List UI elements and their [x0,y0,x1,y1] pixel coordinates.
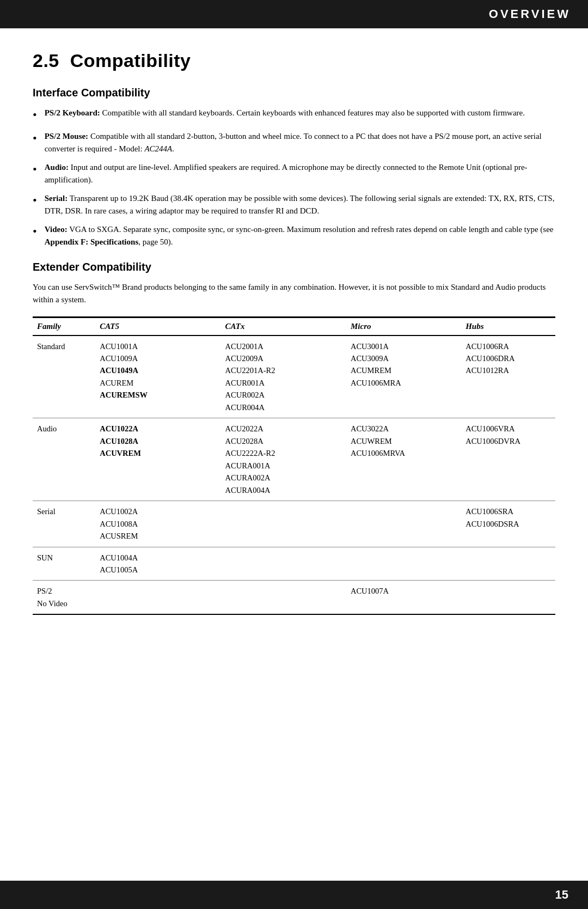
cell-cat5 [95,581,220,614]
cell-value: ACU1006RA [465,340,550,352]
cell-hubs [461,581,555,614]
bullet-text: PS/2 Mouse: Compatible with all standard… [45,130,555,155]
main-content: 2.5 Compatibility Interface Compatibilit… [0,28,588,653]
cell-value: ACU1006MRA [351,377,456,389]
header-bar: OVERVIEW [0,0,588,28]
cell-family: PS/2 No Video [33,581,95,614]
compatibility-table: Family CAT5 CATx Micro Hubs StandardACU1… [33,316,555,615]
cell-value: ACU1002A [100,505,215,517]
cell-micro: ACU3022AACUWREMACU1006MRVA [346,418,461,501]
cell-family: Serial [33,501,95,547]
cell-hubs: ACU1006RAACU1006DRAACU1012RA [461,335,555,418]
list-item: • PS/2 Mouse: Compatible with all standa… [33,130,555,155]
bullet-dot: • [33,160,37,178]
cell-value: ACURA004A [225,484,341,496]
cell-value: ACUWREM [351,435,456,447]
cell-catx [221,501,346,547]
cell-micro [346,547,461,581]
cell-value: ACU1006DRA [465,352,550,364]
table-row: PS/2 No VideoACU1007A [33,581,555,614]
cell-value: ACU2028A [225,435,341,447]
interface-compatibility-heading: Interface Compatibility [33,87,555,99]
col-header-family: Family [33,317,95,335]
table-row: AudioACU1022AACU1028AACUVREMACU2022AACU2… [33,418,555,501]
cell-value: ACUREMSW [100,389,215,401]
bullet-term: PS/2 Mouse: [45,132,88,141]
cell-hubs: ACU1006SRAACU1006DSRA [461,501,555,547]
list-item: • Video: VGA to SXGA. Separate sync, com… [33,223,555,248]
cell-value: ACU2201A-R2 [225,364,341,376]
cell-family: Standard [33,335,95,418]
cell-value: ACU1004A [100,552,215,564]
cell-cat5: ACU1002AACU1008AACUSREM [95,501,220,547]
bullet-dot: • [33,106,37,124]
cell-family: Audio [33,418,95,501]
cell-catx: ACU2022AACU2028AACU2222A-R2ACURA001AACUR… [221,418,346,501]
col-header-hubs: Hubs [461,317,555,335]
cell-value: ACU1012RA [465,364,550,376]
model-name: AC244A [144,144,172,153]
cell-family: SUN [33,547,95,581]
cell-value: ACU3022A [351,423,456,435]
cell-value: ACUMREM [351,364,456,376]
cell-micro [346,501,461,547]
footer-page-number: 15 [555,888,568,902]
cell-value: ACU1006DSRA [465,518,550,530]
bullet-text: Audio: Input and output are line-level. … [45,161,555,186]
cell-micro: ACU3001AACU3009AACUMREMACU1006MRA [346,335,461,418]
cell-value: ACUSREM [100,530,215,542]
col-header-micro: Micro [346,317,461,335]
section-heading: 2.5 Compatibility [33,50,555,71]
cell-catx [221,581,346,614]
list-item: • Audio: Input and output are line-level… [33,161,555,186]
cell-cat5: ACU1022AACU1028AACUVREM [95,418,220,501]
cell-value: ACU3001A [351,340,456,352]
cell-value: ACU1049A [100,364,215,376]
bullet-term: Video: [45,225,68,234]
interface-bullet-list: • PS/2 Keyboard: Compatible with all sta… [33,107,555,248]
cell-hubs: ACU1006VRAACU1006DVRA [461,418,555,501]
cell-value: ACU1008A [100,518,215,530]
cell-catx: ACU2001AACU2009AACU2201A-R2ACUR001AACUR0… [221,335,346,418]
list-item: • PS/2 Keyboard: Compatible with all sta… [33,107,555,124]
cell-value: ACUREM [100,377,215,389]
cell-value: ACU2009A [225,352,341,364]
cell-value: ACUR001A [225,377,341,389]
cell-value: ACURA001A [225,460,341,472]
bullet-dot: • [33,191,37,209]
bullet-text: Serial: Transparent up to 19.2K Baud (38… [45,192,555,217]
bullet-text: Video: VGA to SXGA. Separate sync, compo… [45,223,555,248]
cell-value: ACURA002A [225,472,341,484]
table-row: SUNACU1004AACU1005A [33,547,555,581]
bullet-text: PS/2 Keyboard: Compatible with all stand… [45,107,555,119]
bullet-dot: • [33,129,37,147]
cell-micro: ACU1007A [346,581,461,614]
cell-value: ACU1007A [351,585,456,597]
cell-value: ACU1006DVRA [465,435,550,447]
cell-value: ACU1009A [100,352,215,364]
footer-bar: 15 [0,881,588,909]
bullet-dot: • [33,222,37,240]
table-row: SerialACU1002AACU1008AACUSREMACU1006SRAA… [33,501,555,547]
cell-value: ACU1006VRA [465,423,550,435]
cell-value: ACUR002A [225,389,341,401]
bullet-term: Serial: [45,194,68,203]
cell-value: ACU1006MRVA [351,447,456,459]
cell-value: ACU1022A [100,423,215,435]
cell-value: ACU2001A [225,340,341,352]
cell-hubs [461,547,555,581]
table-row: StandardACU1001AACU1009AACU1049AACUREMAC… [33,335,555,418]
header-title: OVERVIEW [489,7,571,21]
extender-intro-text: You can use ServSwitch™ Brand products b… [33,281,555,307]
table-header-row: Family CAT5 CATx Micro Hubs [33,317,555,335]
col-header-cat5: CAT5 [95,317,220,335]
cell-value: ACUR004A [225,401,341,413]
cell-value: ACU3009A [351,352,456,364]
cell-value: ACU1006SRA [465,505,550,517]
extender-compatibility-heading: Extender Compatibility [33,261,555,273]
cell-value: ACU1028A [100,435,215,447]
cell-catx [221,547,346,581]
bullet-term: PS/2 Keyboard: [45,108,100,117]
cell-value: ACU2022A [225,423,341,435]
cell-value: ACU1005A [100,564,215,576]
